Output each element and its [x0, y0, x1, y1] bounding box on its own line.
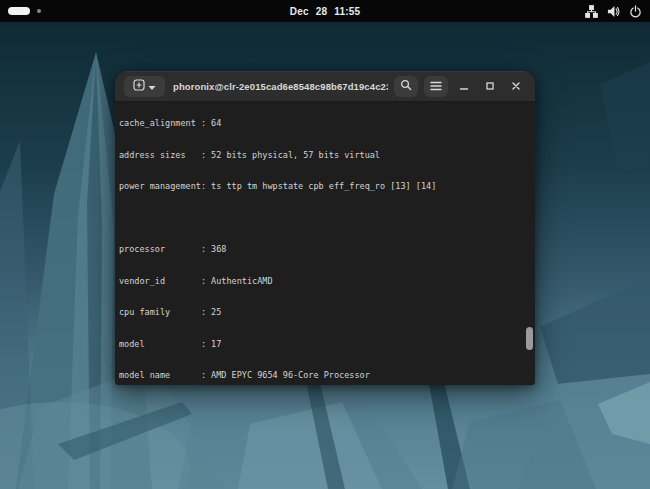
terminal-output-area[interactable]: cache_alignment : 64 address sizes : 52 …: [115, 103, 535, 385]
terminal-headerbar[interactable]: phoronix@clr-2e015cad6e8548c98b67d19c4c2…: [115, 71, 535, 102]
maximize-icon: [485, 77, 495, 95]
network-wired-icon[interactable]: [585, 5, 598, 18]
terminal-window: phoronix@clr-2e015cad6e8548c98b67d19c4c2…: [115, 71, 535, 385]
desktop: Dec 28 11:55: [0, 0, 650, 489]
close-button[interactable]: [506, 76, 526, 97]
terminal-line: address sizes : 52 bits physical, 57 bit…: [119, 150, 535, 162]
search-button[interactable]: [394, 76, 418, 97]
menu-button[interactable]: [424, 76, 448, 97]
terminal-output-text: cache_alignment : 64 address sizes : 52 …: [115, 103, 535, 385]
tab-dropdown-chevron-icon[interactable]: [148, 77, 156, 95]
hamburger-menu-icon: [430, 77, 442, 95]
power-icon[interactable]: [629, 5, 642, 18]
terminal-line: power management: ts ttp tm hwpstate cpb…: [119, 181, 535, 193]
terminal-line: processor : 368: [119, 244, 535, 256]
gnome-top-bar: Dec 28 11:55: [0, 0, 650, 22]
terminal-line: [119, 213, 535, 225]
new-tab-icon: [133, 77, 145, 95]
search-icon: [400, 77, 412, 95]
system-status-area[interactable]: [502, 5, 642, 18]
close-icon: [511, 77, 521, 95]
terminal-line: model : 17: [119, 339, 535, 351]
workspace-active-pill[interactable]: [8, 7, 30, 15]
workspace-indicator[interactable]: [8, 7, 148, 15]
new-tab-button[interactable]: [124, 76, 165, 97]
terminal-line: model name : AMD EPYC 9654 96-Core Proce…: [119, 370, 535, 382]
volume-icon[interactable]: [607, 5, 620, 18]
window-title: phoronix@clr-2e015cad6e8548c98b67d19c4c2…: [171, 81, 388, 92]
maximize-button[interactable]: [480, 76, 500, 97]
minimize-button[interactable]: [454, 76, 474, 97]
terminal-line: cpu family : 25: [119, 307, 535, 319]
workspace-inactive-dot[interactable]: [37, 9, 41, 13]
scrollbar-thumb[interactable]: [526, 327, 533, 350]
terminal-line: cache_alignment : 64: [119, 118, 535, 130]
terminal-line: vendor_id : AuthenticAMD: [119, 276, 535, 288]
minimize-icon: [459, 77, 469, 95]
